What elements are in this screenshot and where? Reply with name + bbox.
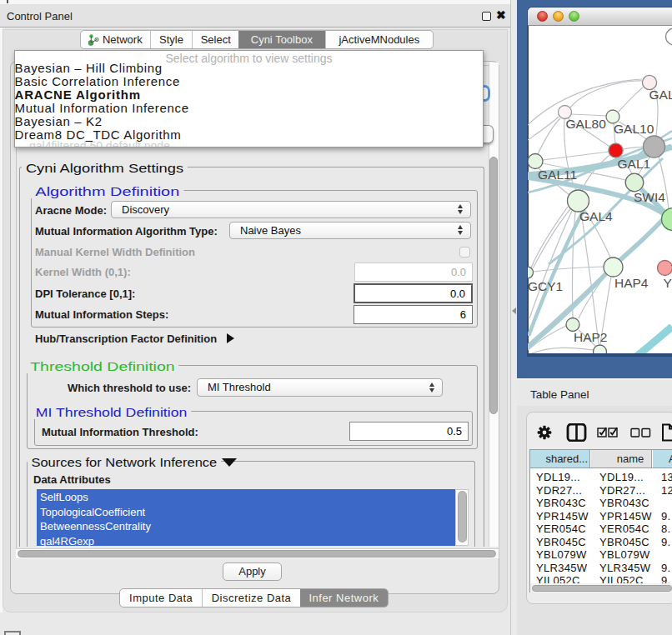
svg-text:GAL2: GAL2 xyxy=(649,88,672,102)
svg-text:GAL1: GAL1 xyxy=(618,157,651,171)
svg-text:GCY1: GCY1 xyxy=(528,279,563,293)
svg-text:HAP2: HAP2 xyxy=(574,330,608,344)
svg-text:GAL11: GAL11 xyxy=(538,168,577,182)
svg-text:HAP4: HAP4 xyxy=(614,276,649,290)
svg-text:YE: YE xyxy=(664,276,672,290)
svg-text:GAL10: GAL10 xyxy=(614,122,654,136)
svg-text:SWI4: SWI4 xyxy=(634,190,665,204)
svg-text:GAL4: GAL4 xyxy=(579,209,613,223)
svg-text:GAL80: GAL80 xyxy=(566,117,607,131)
